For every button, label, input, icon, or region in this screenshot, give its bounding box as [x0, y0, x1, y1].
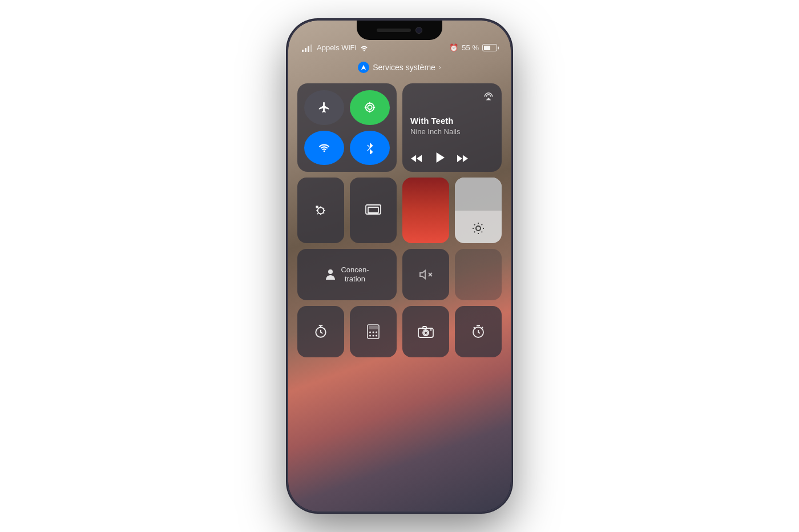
location-chevron-icon: ›	[439, 63, 441, 71]
empty-tile	[455, 249, 502, 300]
svg-point-21	[424, 331, 427, 334]
media-top	[410, 91, 494, 100]
speaker-grille	[377, 29, 411, 32]
middle-row	[297, 178, 502, 243]
clock-button[interactable]	[455, 306, 502, 357]
status-bar: Appels WiFi ⏰ 55 %	[288, 43, 511, 52]
timer-button[interactable]	[297, 306, 344, 357]
signal-bar-2	[305, 48, 306, 52]
media-controls	[410, 151, 494, 164]
airplane-mode-button[interactable]	[304, 90, 344, 125]
svg-point-18	[376, 335, 377, 337]
camera-button[interactable]	[402, 306, 449, 357]
focus-row: Concen- tration	[297, 249, 502, 300]
fast-forward-button[interactable]	[456, 152, 469, 163]
play-button[interactable]	[434, 151, 445, 164]
focus-label: Concen- tration	[341, 265, 369, 283]
calculator-button[interactable]	[350, 306, 397, 357]
alarm-icon: ⏰	[449, 43, 458, 52]
focus-person-icon	[325, 268, 336, 281]
connectivity-panel	[297, 83, 397, 172]
svg-point-2	[318, 207, 324, 213]
status-right: ⏰ 55 %	[449, 43, 497, 52]
timer-icon	[313, 324, 328, 339]
svg-point-13	[369, 332, 371, 333]
svg-rect-22	[423, 327, 426, 329]
color-swatch-button[interactable]	[402, 178, 449, 243]
svg-point-16	[369, 335, 371, 337]
svg-point-23	[430, 329, 432, 331]
signal-bar-1	[302, 50, 304, 52]
status-left: Appels WiFi	[302, 43, 369, 52]
svg-point-6	[328, 269, 333, 274]
focus-inner: Concen- tration	[325, 265, 369, 283]
svg-point-1	[368, 106, 372, 110]
calculator-icon	[367, 324, 380, 339]
phone-screen: Appels WiFi ⏰ 55 %	[288, 21, 511, 511]
front-camera	[415, 27, 422, 34]
signal-strength	[302, 44, 312, 52]
cellular-data-button[interactable]	[350, 90, 390, 125]
svg-point-5	[476, 226, 481, 231]
screen-mirror-icon	[365, 204, 381, 217]
bluetooth-button[interactable]	[350, 131, 390, 166]
media-title: With Teeth	[410, 116, 494, 126]
rotation-lock-button[interactable]	[297, 178, 344, 243]
svg-point-17	[373, 335, 374, 337]
screen-mirror-button[interactable]	[350, 178, 397, 243]
camera-icon	[418, 325, 434, 338]
app-row	[297, 306, 502, 357]
svg-point-14	[373, 332, 374, 333]
rotation-lock-icon	[313, 203, 328, 218]
mute-button[interactable]	[402, 249, 449, 300]
battery-fill	[484, 46, 491, 50]
mute-icon	[419, 268, 433, 281]
phone-device: Appels WiFi ⏰ 55 %	[288, 21, 511, 511]
control-center: With Teeth Nine Inch Nails	[297, 83, 502, 506]
svg-marker-7	[420, 271, 425, 279]
wifi-icon	[360, 45, 369, 51]
svg-point-15	[376, 332, 377, 333]
clock-icon	[471, 324, 486, 339]
top-row: With Teeth Nine Inch Nails	[297, 83, 502, 172]
svg-rect-4	[368, 207, 378, 213]
location-service-label: Services système	[373, 63, 435, 72]
media-player-panel: With Teeth Nine Inch Nails	[402, 83, 502, 172]
signal-bar-4	[310, 45, 312, 52]
notch	[357, 21, 442, 40]
location-bar[interactable]: Services système ›	[288, 62, 511, 73]
brightness-icon	[471, 221, 485, 235]
media-artist: Nine Inch Nails	[410, 127, 494, 136]
rewind-button[interactable]	[410, 152, 423, 163]
wifi-calls-label: Appels WiFi	[317, 43, 356, 52]
svg-point-0	[366, 103, 374, 112]
airplay-icon[interactable]	[483, 91, 494, 100]
battery-icon	[482, 44, 497, 51]
battery-percent: 55 %	[462, 43, 479, 52]
focus-button[interactable]: Concen- tration	[297, 249, 397, 300]
signal-bar-3	[308, 46, 309, 52]
location-arrow-icon	[358, 62, 369, 73]
wifi-toggle-button[interactable]	[304, 131, 344, 166]
media-info: With Teeth Nine Inch Nails	[410, 100, 494, 151]
brightness-button[interactable]	[455, 178, 502, 243]
svg-rect-12	[369, 326, 378, 329]
